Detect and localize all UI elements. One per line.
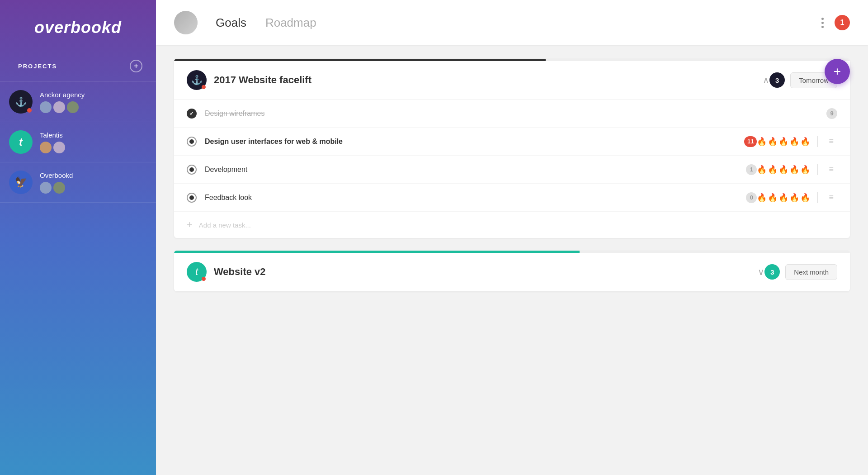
projects-label: PROJECTS: [18, 63, 57, 70]
project-icon-talentis: t: [9, 130, 33, 154]
task-count-badge: 11: [744, 136, 757, 147]
menu-dot: [821, 18, 824, 20]
notification-dot: [27, 108, 32, 113]
project-icon-overbookd: 🦅: [9, 171, 33, 194]
add-task-row[interactable]: + Add a new task...: [174, 212, 850, 238]
member-avatar: [53, 101, 65, 113]
add-task-placeholder: Add a new task...: [199, 221, 251, 229]
project-members-talentis: [40, 142, 142, 153]
flame-icon: 🔥: [768, 137, 778, 147]
notification-badge[interactable]: 1: [835, 15, 850, 30]
task-count-badge: 1: [746, 164, 757, 175]
user-avatar: [174, 11, 198, 34]
project-icon-anckor: ⚓: [9, 90, 33, 114]
card-header-v2: t Website v2 ∨ 3 Next month: [174, 253, 850, 291]
task-row-feedback: Feedback look 0 🔥 🔥 🔥 🔥 🔥 ≡: [174, 184, 850, 212]
card-title-facelift: 2017 Website facelift: [214, 74, 759, 86]
divider: [817, 136, 818, 147]
sidebar-item-anckor[interactable]: ⚓ Anckor agency: [0, 81, 156, 122]
menu-dot: [821, 26, 824, 28]
flame-icon-off: 🔥: [800, 193, 810, 203]
member-avatar: [40, 182, 52, 194]
content-area: + ⚓ 2017 Website facelift ∧ 3 Tomorrow ✓: [156, 45, 868, 475]
task-row-design-wireframes: ✓ Design wireframes 9: [174, 100, 850, 128]
member-avatar: [67, 101, 79, 113]
card-icon-talentis: t: [187, 262, 207, 282]
member-avatar: [53, 142, 65, 153]
main-content: Goals Roadmap 1 + ⚓ 2017: [156, 0, 868, 475]
card-due-label-v2: Next month: [785, 264, 837, 280]
project-members-anckor: [40, 101, 142, 113]
member-avatar: [40, 101, 52, 113]
sidebar: overbookd PROJECTS + ⚓ Anckor agency: [0, 0, 156, 475]
add-task-plus-icon: +: [187, 219, 193, 231]
flame-icon-off: 🔥: [800, 137, 810, 147]
flame-icon-off: 🔥: [789, 193, 799, 203]
project-name-anckor: Anckor agency: [40, 91, 142, 99]
card-title-v2: Website v2: [214, 266, 754, 278]
task-flames: 🔥 🔥 🔥 🔥 🔥: [757, 193, 810, 203]
flame-icon-off: 🔥: [778, 193, 788, 203]
card-dot-indicator: [202, 277, 206, 281]
projects-section-header: PROJECTS +: [0, 60, 156, 81]
menu-dots-button[interactable]: [818, 14, 827, 32]
header: Goals Roadmap 1: [156, 0, 868, 45]
project-name-talentis: Talentis: [40, 131, 142, 139]
task-flames: 🔥 🔥 🔥 🔥 🔥: [757, 137, 810, 147]
project-members-overbookd: [40, 182, 142, 194]
task-name: Design user interfaces for web & mobile: [205, 138, 740, 146]
flame-icon: 🔥: [757, 137, 767, 147]
task-menu-button[interactable]: ≡: [825, 135, 837, 148]
flame-icon: 🔥: [757, 193, 767, 203]
member-avatar: [40, 142, 52, 153]
project-card-website-facelift: ⚓ 2017 Website facelift ∧ 3 Tomorrow ✓ D…: [174, 59, 850, 238]
project-list: ⚓ Anckor agency t Talentis: [0, 81, 156, 203]
menu-dot: [821, 22, 824, 24]
header-actions: 1: [818, 14, 850, 32]
card-header-facelift: ⚓ 2017 Website facelift ∧ 3 Tomorrow: [174, 61, 850, 100]
tab-roadmap[interactable]: Roadmap: [258, 12, 324, 33]
flame-icon: 🔥: [757, 165, 767, 175]
task-flames: 🔥 🔥 🔥 🔥 🔥: [757, 165, 810, 175]
task-name: Development: [205, 166, 741, 174]
task-count-badge: 0: [746, 192, 757, 203]
flame-icon: 🔥: [778, 137, 788, 147]
flame-icon: 🔥: [789, 137, 799, 147]
project-card-website-v2: t Website v2 ∨ 3 Next month: [174, 251, 850, 291]
task-status-circle[interactable]: [187, 165, 197, 175]
task-menu-button[interactable]: ≡: [825, 163, 837, 176]
flame-icon: 🔥: [789, 165, 799, 175]
sidebar-item-talentis[interactable]: t Talentis: [0, 122, 156, 162]
card-dot-indicator: [202, 85, 206, 89]
task-row-development: Development 1 🔥 🔥 🔥 🔥 🔥 ≡: [174, 156, 850, 184]
task-menu-button[interactable]: ≡: [825, 191, 837, 204]
member-avatar: [53, 182, 65, 194]
task-status-circle[interactable]: ✓: [187, 109, 197, 119]
app-logo: overbookd: [34, 18, 122, 37]
card-badge-count: 3: [764, 264, 780, 280]
tab-goals[interactable]: Goals: [208, 12, 254, 33]
flame-icon: 🔥: [778, 165, 788, 175]
add-project-button[interactable]: +: [130, 60, 142, 72]
task-status-circle[interactable]: [187, 193, 197, 203]
task-row-design-ui: Design user interfaces for web & mobile …: [174, 128, 850, 156]
task-name: Feedback look: [205, 194, 741, 202]
divider: [817, 192, 818, 203]
chevron-up-icon[interactable]: ∧: [763, 75, 769, 86]
fab-add-button[interactable]: +: [825, 59, 850, 84]
task-count-badge: 9: [826, 108, 837, 119]
avatar-image: [174, 11, 198, 34]
flame-icon: 🔥: [768, 165, 778, 175]
divider: [817, 164, 818, 175]
project-name-overbookd: Overbookd: [40, 171, 142, 179]
chevron-down-icon[interactable]: ∨: [758, 266, 764, 277]
header-nav: Goals Roadmap: [208, 12, 818, 33]
flame-icon-off: 🔥: [800, 165, 810, 175]
card-badge-count: 3: [769, 72, 785, 88]
flame-icon: 🔥: [768, 193, 778, 203]
task-name: Design wireframes: [205, 109, 822, 118]
task-status-circle[interactable]: [187, 137, 197, 147]
card-icon-anchor: ⚓: [187, 70, 207, 90]
sidebar-item-overbookd[interactable]: 🦅 Overbookd: [0, 162, 156, 203]
